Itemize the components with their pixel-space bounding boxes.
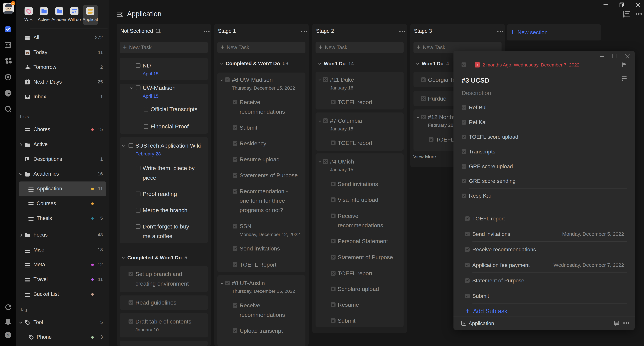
svg-text:S: S	[26, 81, 28, 84]
svg-text:?: ?	[6, 333, 10, 338]
svg-text:7: 7	[476, 63, 478, 67]
svg-text:19: 19	[26, 51, 29, 54]
